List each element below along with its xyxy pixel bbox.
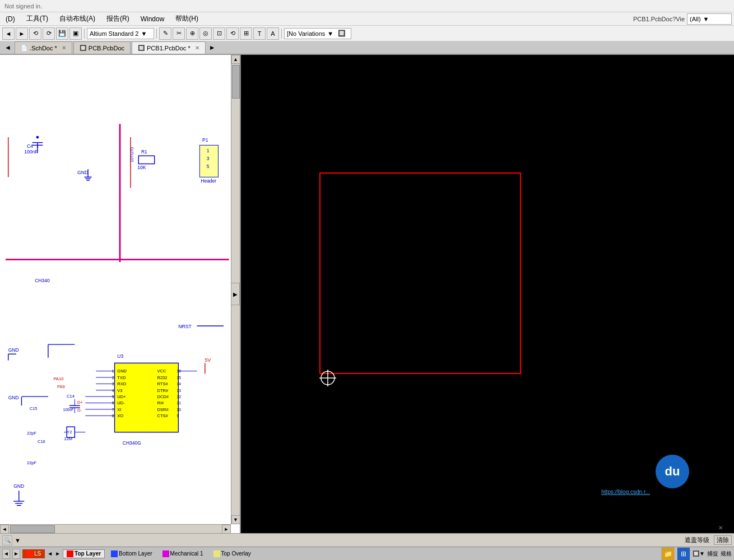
toolbar-btn-b[interactable]: ✂: [173, 27, 185, 40]
layer-mech-color: [162, 550, 169, 557]
pcb-corner-icon: ✕: [718, 525, 723, 531]
tab-sch-close[interactable]: ✕: [62, 45, 66, 51]
toolbar-btn-1[interactable]: ◄: [2, 27, 15, 40]
layer-bar: ◄ ► LS ◄ ► Top Layer Bottom Layer Mechan…: [0, 547, 734, 560]
svg-text:Y2: Y2: [67, 430, 72, 435]
ext-link-text: https://blog.csdn.r...: [601, 489, 650, 495]
svg-text:P1: P1: [202, 137, 208, 143]
statusbar-zoom[interactable]: ▼: [15, 537, 21, 544]
layer-top-color: [67, 550, 73, 557]
toolbar-btn-e[interactable]: ⊡: [213, 27, 225, 40]
layer-overlay-color: [213, 550, 220, 557]
all-label: (All): [690, 16, 701, 22]
var-icon: 🔲: [338, 30, 346, 37]
tab-bar: ◄ 📄 .SchDoc * ✕ 🔲 PCB.PcbDoc 🔲 PCB1.PcbD…: [0, 41, 734, 55]
hscroll-thumb[interactable]: [10, 525, 55, 533]
layer-bottom[interactable]: Bottom Layer: [107, 549, 156, 558]
svg-text:10: 10: [177, 408, 182, 412]
toolbar: ◄ ► ⟲ ⟳ 💾 ▣ Altium Standard 2 ▼ ✎ ✂ ⊕ ◎ …: [0, 26, 734, 41]
toolbar-btn-g[interactable]: ⊞: [240, 27, 252, 40]
menu-help[interactable]: 帮助(H): [172, 13, 202, 25]
svg-text:PA10: PA10: [53, 376, 63, 381]
taskbar-btn-3[interactable]: 🔲▼: [693, 550, 705, 557]
vscroll-up-btn[interactable]: ▲: [231, 55, 240, 64]
schematic-panel: C4 100nF P1 1 3 5 Header R1 10K 10TU70 G…: [0, 55, 241, 533]
tab-pcb1doc[interactable]: 🔲 PCB1.PcbDoc * ✕: [132, 41, 206, 54]
layer-scroll-right[interactable]: ►: [12, 549, 20, 559]
toolbar-btn-a[interactable]: ✎: [159, 27, 171, 40]
menu-tools[interactable]: 工具(T): [23, 13, 52, 25]
toolbar-btn-d[interactable]: ◎: [199, 27, 212, 40]
svg-text:CH340G: CH340G: [123, 440, 141, 446]
vscroll-thumb[interactable]: [232, 65, 240, 99]
hscroll-left-btn[interactable]: ◄: [0, 525, 9, 534]
menu-window[interactable]: Window: [137, 14, 168, 24]
svg-text:RTS#: RTS#: [157, 381, 168, 386]
toolbar-btn-f[interactable]: ⟲: [226, 27, 239, 40]
toolbar-btn-2[interactable]: ►: [16, 27, 28, 40]
clear-button[interactable]: 清除: [714, 535, 732, 545]
layer-scroll-left[interactable]: ◄: [2, 549, 10, 559]
tab-sch-icon: 📄: [21, 45, 27, 51]
watermark-logo: du: [656, 455, 689, 488]
svg-text:RXD: RXD: [117, 381, 127, 386]
layer-arrow-left[interactable]: ◄: [47, 550, 53, 557]
svg-text:NRST: NRST: [178, 324, 192, 329]
statusbar-right-icons: 📁 ⊞ 🔲▼ 捕捉 规格: [661, 547, 732, 561]
svg-text:R1: R1: [141, 149, 147, 155]
taskbar-icon-1[interactable]: 📁: [661, 547, 675, 561]
svg-text:15: 15: [177, 376, 182, 380]
hscroll-right-btn[interactable]: ►: [222, 525, 231, 534]
tab-pcb1-icon: 🔲: [138, 45, 145, 51]
pcb-panel: du https://blog.csdn.r... ✕: [241, 55, 734, 533]
svg-text:UD+: UD+: [117, 394, 126, 399]
menu-bar: (D) 工具(T) 自动布线(A) 报告(R) Window 帮助(H) PCB…: [0, 12, 734, 26]
svg-point-9: [36, 136, 39, 139]
layer-mechanical[interactable]: Mechanical 1: [159, 549, 207, 558]
menu-autoroute[interactable]: 自动布线(A): [56, 13, 99, 25]
tab-scroll-left[interactable]: ◄: [2, 41, 13, 54]
layer-mech-label: Mechanical 1: [170, 550, 203, 557]
svg-text:C14: C14: [67, 394, 75, 399]
toolbar-btn-redo[interactable]: ⟳: [43, 27, 55, 40]
toolbar-btn-select[interactable]: ▣: [69, 27, 82, 40]
svg-text:PA9: PA9: [57, 384, 65, 389]
vscroll-down-btn[interactable]: ▼: [231, 515, 240, 524]
menu-d[interactable]: (D): [2, 14, 18, 24]
tab-scroll-right[interactable]: ►: [207, 41, 218, 54]
panel-toggle-btn[interactable]: ▶: [231, 283, 240, 305]
layer-arrow-right[interactable]: ►: [55, 550, 61, 557]
layer-top[interactable]: Top Layer: [63, 549, 105, 558]
variations-dropdown[interactable]: (All) ▼: [687, 13, 732, 25]
svg-text:DCD#: DCD#: [157, 394, 169, 399]
toolbar-btn-c[interactable]: ⊕: [186, 27, 198, 40]
taskbar-icon-2[interactable]: ⊞: [677, 547, 690, 561]
toolbar-btn-undo[interactable]: ⟲: [29, 27, 41, 40]
dropdown-arrow: ▼: [703, 16, 709, 22]
variations-dropdown2[interactable]: [No Variations ▼ 🔲: [284, 28, 351, 39]
toolbar-btn-h[interactable]: T: [253, 27, 266, 40]
toolbar-btn-save[interactable]: 💾: [56, 27, 68, 40]
tab-pcb-icon: 🔲: [80, 45, 86, 51]
tab-pcb1-close[interactable]: ✕: [195, 45, 199, 51]
svg-text:UD-: UD-: [117, 400, 125, 405]
standard-dropdown[interactable]: Altium Standard 2 ▼: [87, 28, 154, 39]
taskbar-btn-4[interactable]: 捕捉: [707, 550, 718, 558]
taskbar-btn-5[interactable]: 规格: [721, 550, 732, 558]
svg-text:22pF: 22pF: [27, 431, 37, 436]
tab-schdoc[interactable]: 📄 .SchDoc * ✕: [15, 41, 72, 54]
tab-pcbdoc[interactable]: 🔲 PCB.PcbDoc: [73, 41, 131, 54]
statusbar-icon-1[interactable]: 🔍: [2, 535, 12, 545]
svg-text:XI: XI: [117, 407, 121, 412]
layer-overlay-label: Top Overlay: [221, 550, 251, 557]
layer-ls[interactable]: LS: [22, 549, 45, 558]
schematic-hscroll[interactable]: ◄ ►: [0, 524, 231, 533]
svg-text:22pF: 22pF: [27, 460, 37, 465]
var-arrow: ▼: [327, 30, 333, 37]
svg-text:Header: Header: [201, 178, 216, 184]
svg-text:DSR#: DSR#: [157, 407, 169, 412]
toolbar-btn-i[interactable]: A: [267, 27, 279, 40]
menu-report[interactable]: 报告(R): [103, 13, 133, 25]
svg-text:CH340: CH340: [35, 278, 50, 283]
layer-overlay[interactable]: Top Overlay: [210, 549, 255, 558]
